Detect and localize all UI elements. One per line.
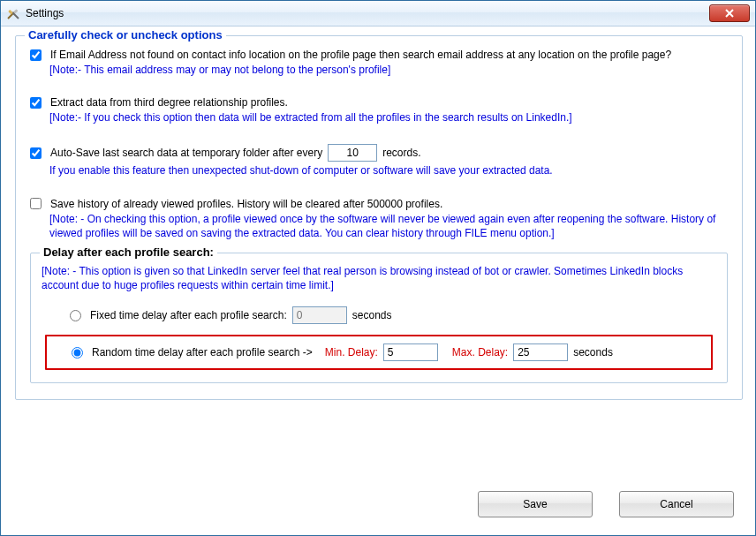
cancel-button[interactable]: Cancel: [619, 491, 734, 517]
input-max-delay[interactable]: [513, 343, 568, 361]
opt-email-any-location: If Email Address not found on contact in…: [30, 49, 728, 77]
radio-fixed-delay[interactable]: [70, 310, 81, 321]
save-button[interactable]: Save: [478, 491, 593, 517]
settings-icon: [6, 6, 20, 20]
radio-random-delay[interactable]: [72, 347, 83, 359]
note-save-history: [Note: - On checking this option, a prof…: [49, 212, 728, 240]
checkbox-save-history[interactable]: [30, 198, 42, 209]
options-group: Carefully check or uncheck options If Em…: [15, 35, 743, 400]
delay-title: Delay after each profile search:: [40, 245, 217, 259]
label-autosave-pre: Auto-Save last search data at temporary …: [50, 147, 322, 159]
input-autosave-records[interactable]: [328, 144, 377, 162]
dialog-buttons: Save Cancel: [478, 491, 734, 517]
checkbox-email-any-location[interactable]: [30, 49, 42, 61]
label-autosave-post: records.: [382, 147, 420, 159]
delay-group: Delay after each profile search: [Note: …: [30, 253, 728, 383]
note-third-degree: [Note:- If you check this option then da…: [49, 110, 728, 125]
checkbox-third-degree[interactable]: [30, 97, 42, 109]
label-random-unit: seconds: [573, 346, 613, 359]
opt-save-history: Save history of already viewed profiles.…: [30, 198, 728, 240]
group-title: Carefully check or uncheck options: [25, 28, 226, 42]
note-email-any-location: [Note:- This email address may or may no…: [49, 63, 728, 77]
window-title: Settings: [26, 7, 64, 19]
input-min-delay[interactable]: [383, 343, 438, 361]
label-save-history: Save history of already viewed profiles.…: [50, 198, 442, 210]
close-button[interactable]: [709, 4, 750, 22]
label-fixed-delay: Fixed time delay after each profile sear…: [90, 309, 287, 321]
note-autosave: If you enable this feature then unexpect…: [49, 163, 728, 177]
label-email-any-location: If Email Address not found on contact in…: [50, 49, 671, 61]
settings-body: Carefully check or uncheck options If Em…: [1, 26, 755, 412]
label-max-delay: Max. Delay:: [452, 346, 508, 359]
close-icon: [724, 9, 735, 18]
titlebar: Settings: [1, 1, 755, 26]
label-random-delay: Random time delay after each profile sea…: [92, 346, 313, 359]
settings-window: Settings Carefully check or uncheck opti…: [0, 0, 756, 536]
label-fixed-unit: seconds: [352, 309, 392, 321]
checkbox-autosave[interactable]: [30, 147, 42, 159]
random-delay-highlight: Random time delay after each profile sea…: [45, 335, 713, 370]
opt-third-degree: Extract data from third degree relations…: [30, 96, 728, 125]
label-min-delay: Min. Delay:: [325, 346, 378, 359]
input-fixed-delay: [292, 306, 347, 324]
label-third-degree: Extract data from third degree relations…: [50, 96, 288, 109]
row-fixed-delay: Fixed time delay after each profile sear…: [66, 299, 716, 331]
opt-autosave: Auto-Save last search data at temporary …: [30, 144, 728, 177]
delay-note: [Note: - This option is given so that Li…: [42, 264, 716, 292]
